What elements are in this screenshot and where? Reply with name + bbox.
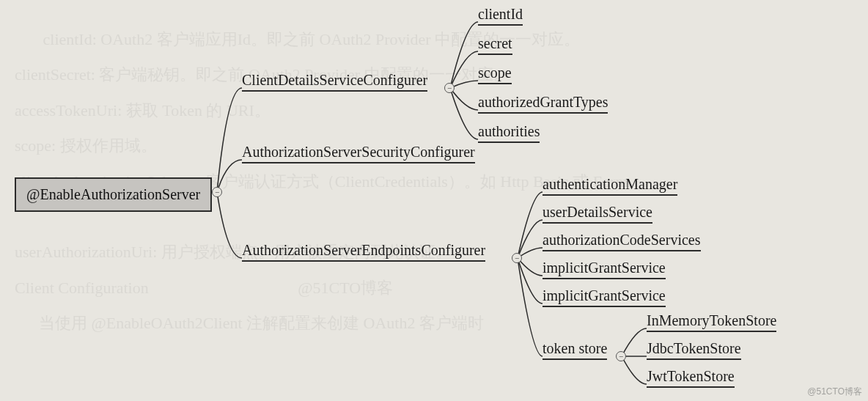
leaf-in-memory-token-store[interactable]: InMemoryTokenStore: [647, 312, 776, 332]
branch-security[interactable]: AuthorizationServerSecurityConfigurer: [242, 144, 475, 163]
collapse-icon[interactable]: −: [444, 83, 455, 93]
leaf-authorization-code-services[interactable]: authorizationCodeServices: [542, 232, 701, 251]
leaf-client-id[interactable]: clientId: [478, 6, 523, 26]
leaf-authorized-grant-types[interactable]: authorizedGrantTypes: [478, 94, 608, 114]
collapse-icon[interactable]: −: [512, 253, 522, 263]
leaf-jwt-token-store[interactable]: JwtTokenStore: [647, 368, 735, 388]
root-node[interactable]: @EnableAuthorizationServer: [15, 177, 212, 212]
mindmap-diagram: @EnableAuthorizationServer − ClientDetai…: [0, 0, 868, 401]
leaf-authorities[interactable]: authorities: [478, 123, 540, 143]
branch-client-details[interactable]: ClientDetailsServiceConfigurer: [242, 72, 427, 92]
leaf-scope[interactable]: scope: [478, 65, 512, 84]
leaf-secret[interactable]: secret: [478, 35, 512, 55]
leaf-token-store[interactable]: token store: [542, 340, 607, 360]
leaf-implicit-grant-service-1[interactable]: implicitGrantService: [542, 260, 666, 279]
collapse-icon[interactable]: −: [212, 187, 222, 197]
leaf-implicit-grant-service-2[interactable]: implicitGrantService: [542, 287, 666, 307]
watermark-text: @51CTO博客: [807, 386, 862, 398]
leaf-jdbc-token-store[interactable]: JdbcTokenStore: [647, 340, 741, 360]
branch-endpoints[interactable]: AuthorizationServerEndpointsConfigurer: [242, 242, 485, 262]
leaf-user-details-service[interactable]: userDetailsService: [542, 204, 652, 224]
collapse-icon[interactable]: −: [616, 351, 626, 361]
leaf-authentication-manager[interactable]: authenticationManager: [542, 176, 677, 196]
